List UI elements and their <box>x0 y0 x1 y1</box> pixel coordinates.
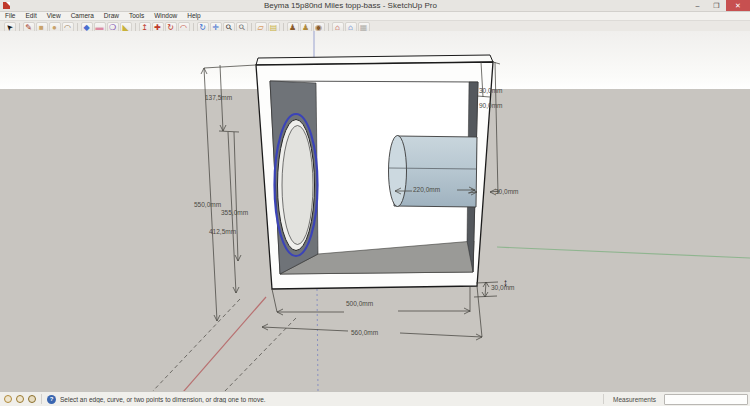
cutout-hole[interactable] <box>282 126 313 245</box>
dimension-label-d500[interactable]: 500,0mm <box>346 300 373 308</box>
status-hint: Select an edge, curve, or two points to … <box>60 396 598 403</box>
speaker-cutout[interactable] <box>275 114 318 256</box>
status-icon-2[interactable] <box>16 395 24 403</box>
title-bar: Beyma 15p80nd Miles topp-bass - SketchUp… <box>0 0 750 12</box>
menu-window[interactable]: Window <box>149 12 182 20</box>
measurements-label: Measurements <box>613 396 656 403</box>
port-tube[interactable] <box>389 136 478 208</box>
window-title: Beyma 15p80nd Miles topp-bass - SketchUp… <box>13 1 688 10</box>
measurements-divider <box>603 394 604 404</box>
dimension-label-d220[interactable]: 220,0mm <box>413 186 440 194</box>
minimize-button[interactable]: – <box>688 0 707 11</box>
status-bar: ? Select an edge, curve, or two points t… <box>0 391 750 406</box>
dimension-label-d137[interactable]: 137,5mm <box>205 94 232 102</box>
menu-file[interactable]: File <box>0 12 20 20</box>
dimension-label-d412[interactable]: 412,5mm <box>209 228 236 236</box>
app-icon <box>3 2 10 9</box>
viewport[interactable]: 137,5mm550,0mm355,0mm412,5mm500,0mm560,0… <box>0 31 750 392</box>
dimension-label-d30top[interactable]: 30,0mm <box>479 87 502 95</box>
measurements-input[interactable] <box>664 394 748 405</box>
menu-view[interactable]: View <box>42 12 66 20</box>
menu-camera[interactable]: Camera <box>66 12 99 20</box>
dimension-label-d550[interactable]: 550,0mm <box>194 201 221 209</box>
menu-bar: FileEditViewCameraDrawToolsWindowHelp <box>0 12 750 21</box>
sketchup-window: Beyma 15p80nd Miles topp-bass - SketchUp… <box>0 0 750 406</box>
dimension-label-d90[interactable]: 90,0mm <box>479 102 502 110</box>
menu-draw[interactable]: Draw <box>99 12 124 20</box>
status-icon-1[interactable] <box>4 395 12 403</box>
dimension-label-d560[interactable]: 560,0mm <box>351 329 378 337</box>
menu-help[interactable]: Help <box>182 12 205 20</box>
close-button[interactable]: ✕ <box>726 0 750 11</box>
menu-edit[interactable]: Edit <box>20 12 41 20</box>
mouse-cursor: ↕ <box>503 278 508 288</box>
status-divider <box>41 394 42 404</box>
port-end-cap[interactable] <box>389 136 407 207</box>
dimension-label-d30right[interactable]: 30,0mm <box>495 188 518 196</box>
model-drawing <box>0 31 750 392</box>
maximize-button[interactable]: ❐ <box>707 0 726 11</box>
menu-tools[interactable]: Tools <box>124 12 149 20</box>
dimension-label-d355[interactable]: 355,0mm <box>221 209 248 217</box>
speaker-box[interactable] <box>256 55 493 289</box>
help-icon[interactable]: ? <box>47 395 56 404</box>
status-icon-3[interactable] <box>28 395 36 403</box>
